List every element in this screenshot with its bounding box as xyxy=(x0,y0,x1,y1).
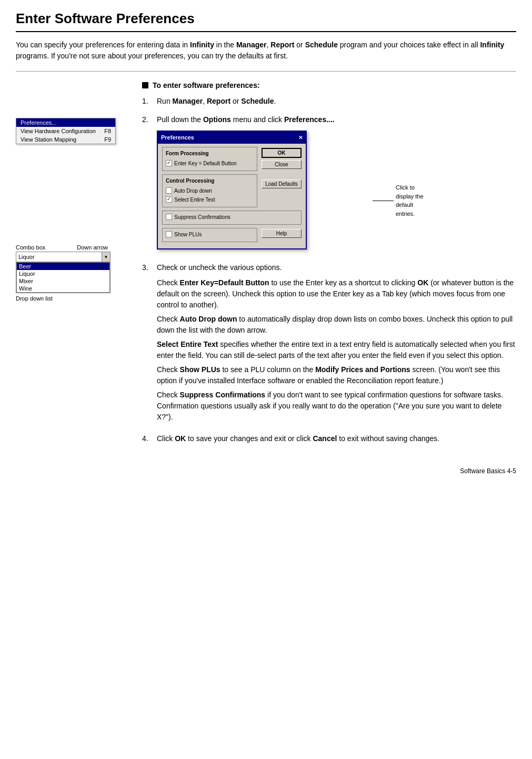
prefs-dialog: Preferences ✕ Form Processing Ente xyxy=(157,131,307,249)
step-1-number: 1. xyxy=(142,96,153,107)
right-instructions: To enter software preferences: 1. Run Ma… xyxy=(132,81,516,452)
annotation-line xyxy=(373,201,394,201)
main-content: Preferences... View Hardware Configurati… xyxy=(16,81,516,452)
prefs-dialog-wrapper: Preferences ✕ Form Processing Ente xyxy=(157,131,357,249)
suppress-confirmations-checkbox[interactable] xyxy=(166,214,172,220)
suppress-section: Suppress Confirmations xyxy=(162,211,302,225)
suppress-confirmations-row: Suppress Confirmations xyxy=(166,213,298,221)
combo-selected-value: Liquor xyxy=(16,253,102,261)
drop-down-list-label: Drop down list xyxy=(16,295,132,302)
load-defaults-button[interactable]: Load Defaults xyxy=(262,179,302,188)
prefs-body: Form Processing Enter Key = Default Butt… xyxy=(158,144,306,248)
show-plus-checkbox[interactable] xyxy=(166,231,172,237)
select-entire-text-row: Select Entire Text xyxy=(166,196,254,204)
annotation-text: Click todisplay thedefaultentries. xyxy=(396,183,424,218)
section-divider xyxy=(16,71,516,72)
help-button[interactable]: Help xyxy=(262,229,302,238)
combo-dropdown: Beer Liquor Mixer Wine xyxy=(16,262,110,293)
page-footer: Software Basics 4-5 xyxy=(16,467,516,475)
combo-item-liquor: Liquor xyxy=(17,270,109,277)
step-1-content: Run Manager, Report or Schedule. xyxy=(157,96,516,107)
auto-drop-down-checkbox[interactable] xyxy=(166,187,172,194)
heading-text: To enter software preferences: xyxy=(153,81,260,89)
menu-item-hardware: View Hardware Configuration F8 xyxy=(16,127,115,135)
menu-item-preferences: Preferences... xyxy=(16,118,115,127)
menu-item-station: View Station Mapping F9 xyxy=(16,135,115,144)
control-processing-label: Control Processing xyxy=(166,177,254,185)
left-illustrations: Preferences... View Hardware Configurati… xyxy=(16,81,132,452)
combo-box-mockup: Liquor ▼ Beer Liquor Mixer Wine xyxy=(16,252,111,293)
step-3-content: Check or uncheck the various options. Ch… xyxy=(157,262,516,426)
combo-item-beer: Beer xyxy=(17,263,109,270)
ok-close-buttons: OK Close xyxy=(262,147,302,174)
combo-box-illustration: Combo box Down arrow Liquor ▼ Beer Liquo… xyxy=(16,244,132,302)
prefs-title-bar: Preferences ✕ xyxy=(158,132,306,144)
select-entire-text-checkbox[interactable] xyxy=(166,196,172,203)
step-3: 3. Check or uncheck the various options.… xyxy=(142,262,516,426)
options-menu-mockup: Preferences... View Hardware Configurati… xyxy=(16,118,116,144)
combo-arrow-button[interactable]: ▼ xyxy=(102,252,110,262)
suppress-confirmations-label: Suppress Confirmations xyxy=(174,213,230,221)
combo-labels: Combo box Down arrow xyxy=(16,244,132,251)
combo-item-wine: Wine xyxy=(17,285,109,292)
step-1: 1. Run Manager, Report or Schedule. xyxy=(142,96,516,107)
down-arrow-label: Down arrow xyxy=(77,244,108,251)
prefs-top-row: Form Processing Enter Key = Default Butt… xyxy=(162,147,302,174)
prefs-close-icon: ✕ xyxy=(298,134,303,142)
help-button-area: Help xyxy=(262,228,302,238)
step-4: 4. Click OK to save your changes and exi… xyxy=(142,433,516,444)
step-4-number: 4. xyxy=(142,433,153,444)
show-plus-label: Show PLUs xyxy=(174,231,202,238)
prefs-bottom-row: Show PLUs Help xyxy=(162,228,302,245)
form-processing-section: Form Processing Enter Key = Default Butt… xyxy=(162,147,257,171)
bullet-icon xyxy=(142,82,148,88)
intro-paragraph: You can specify your preferences for ent… xyxy=(16,39,516,62)
form-processing-label: Form Processing xyxy=(166,149,254,157)
combo-box-label: Combo box xyxy=(16,244,45,251)
enter-key-row: Enter Key = Default Button xyxy=(166,159,254,167)
annotation-line-wrapper: Click todisplay thedefaultentries. xyxy=(373,183,441,218)
prefs-title: Preferences xyxy=(161,133,194,142)
step-2: 2. Pull down the Options menu and click … xyxy=(142,114,516,255)
combo-item-mixer: Mixer xyxy=(17,277,109,285)
prefs-middle-row: Control Processing Auto Drop down Select… xyxy=(162,174,302,211)
show-plus-row: Show PLUs xyxy=(166,231,254,238)
enter-key-label: Enter Key = Default Button xyxy=(174,159,237,167)
select-entire-text-label: Select Entire Text xyxy=(174,196,215,204)
step-2-number: 2. xyxy=(142,114,153,255)
step-2-content: Pull down the Options menu and click Pre… xyxy=(157,114,516,255)
enter-key-checkbox[interactable] xyxy=(166,160,172,166)
close-button[interactable]: Close xyxy=(262,160,302,169)
page-title: Enter Software Preferences xyxy=(16,11,516,32)
load-defaults-area: Load Defaults xyxy=(262,174,302,188)
section-heading: To enter software preferences: xyxy=(142,81,516,89)
auto-drop-down-row: Auto Drop down xyxy=(166,187,254,195)
step-4-content: Click OK to save your changes and exit o… xyxy=(157,433,516,444)
ok-button[interactable]: OK xyxy=(262,148,302,158)
auto-drop-down-label: Auto Drop down xyxy=(174,187,212,195)
options-menu-illustration: Preferences... View Hardware Configurati… xyxy=(16,118,132,144)
show-plus-section: Show PLUs xyxy=(162,228,257,242)
load-defaults-annotation: Click todisplay thedefaultentries. xyxy=(373,183,441,218)
control-processing-section: Control Processing Auto Drop down Select… xyxy=(162,174,257,207)
step-3-number: 3. xyxy=(142,262,153,426)
combo-input-row: Liquor ▼ xyxy=(16,252,110,262)
